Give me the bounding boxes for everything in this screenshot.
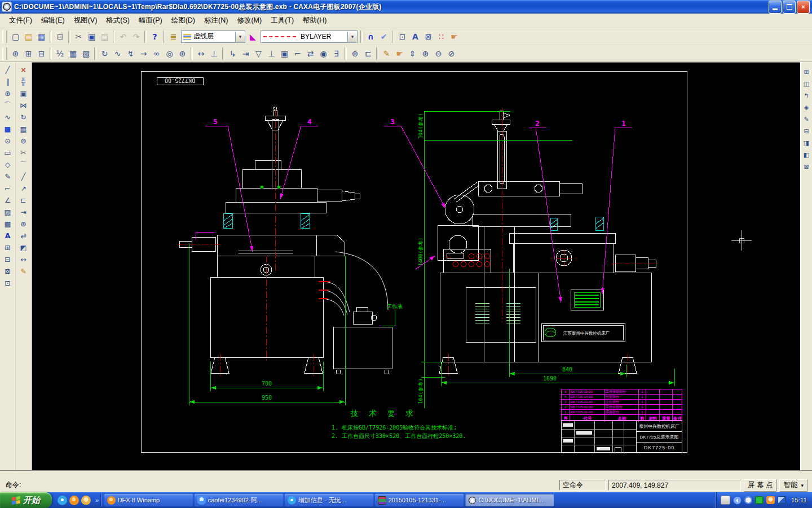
- cut-icon[interactable]: ✂: [72, 30, 85, 43]
- restore-button[interactable]: [783, 1, 796, 14]
- image-tool[interactable]: ▩: [2, 218, 14, 230]
- taskbar-task[interactable]: 增加信息 - 无忧...: [285, 494, 373, 506]
- dimstyle-b-tool[interactable]: ⊠: [2, 265, 14, 277]
- pick-add-icon[interactable]: ∩: [364, 30, 377, 43]
- pan-hand-icon[interactable]: ☛: [448, 30, 461, 43]
- linestyle-select[interactable]: BYLAYER ▾: [261, 30, 358, 43]
- extend-tool[interactable]: ↗: [17, 182, 30, 194]
- ellipse-tool[interactable]: ⊙: [2, 135, 14, 147]
- zoom-page-icon[interactable]: ⊟: [35, 47, 48, 60]
- explode-tool[interactable]: ⊛: [17, 218, 30, 230]
- solid-fill-tool[interactable]: ■: [2, 123, 14, 135]
- pick-check-icon[interactable]: ✔: [377, 30, 390, 43]
- block-edit-icon[interactable]: ✎: [801, 114, 811, 124]
- redo-icon[interactable]: ↷: [130, 30, 143, 43]
- zoom-all-icon[interactable]: ⊕: [9, 47, 22, 60]
- dimstyle-a-tool[interactable]: ⊟: [2, 253, 14, 265]
- help-icon[interactable]: ?: [148, 30, 161, 43]
- tray-wangwang-icon[interactable]: [766, 496, 775, 504]
- library-icon[interactable]: ⊠: [801, 161, 811, 172]
- zoom-window-icon[interactable]: ⊞: [22, 47, 35, 60]
- arrow-icon[interactable]: →: [137, 47, 150, 60]
- copy-tool[interactable]: ▣: [17, 87, 30, 99]
- zoom-in-icon[interactable]: ⊕: [419, 47, 432, 60]
- menu-item[interactable]: 视图(V): [69, 14, 102, 27]
- fillet-tool[interactable]: ⌒: [17, 159, 30, 170]
- menu-item[interactable]: 编辑(E): [37, 14, 69, 27]
- block-tool[interactable]: ⊞: [2, 242, 14, 253]
- arc-tool[interactable]: ⌒: [2, 99, 14, 111]
- rotate-view-icon[interactable]: ↻: [98, 47, 111, 60]
- toolbar-grip[interactable]: [2, 47, 7, 60]
- save-icon[interactable]: ▦: [35, 30, 48, 43]
- title-bar[interactable]: C:\DOCUME~1\ADMINI~1\LOCALS~1\Temp\Rar$D…: [0, 0, 812, 14]
- exists-dim-icon[interactable]: ∃: [330, 47, 343, 60]
- zoom-dynamic-icon[interactable]: ⇕: [406, 47, 419, 60]
- rectangle-tool[interactable]: ▭: [2, 147, 14, 159]
- table-icon[interactable]: ▦: [67, 47, 80, 60]
- zoom-out-icon[interactable]: ⊖: [432, 47, 445, 60]
- menu-item[interactable]: 修改(M): [232, 14, 266, 27]
- taskbar-task[interactable]: 20150105-121331-...: [375, 494, 464, 506]
- command-prompt[interactable]: 命令:: [2, 480, 21, 490]
- layer-change-tool[interactable]: ◩: [17, 242, 30, 253]
- zigzag-icon[interactable]: ↯: [124, 47, 137, 60]
- keyboard-tray-icon[interactable]: [721, 496, 730, 505]
- match-prop-tool[interactable]: ✎: [17, 265, 30, 277]
- drawing-canvas[interactable]: DK7725-00: [32, 62, 800, 470]
- copy-icon[interactable]: ▣: [85, 30, 98, 43]
- image-ref-icon[interactable]: ◧: [801, 150, 811, 160]
- chevron-down-icon[interactable]: ▾: [235, 32, 245, 42]
- menu-item[interactable]: 幅面(P): [134, 14, 167, 27]
- inspect-icon[interactable]: ⊕: [348, 47, 361, 60]
- pick-text-icon[interactable]: A: [409, 30, 422, 43]
- pick-delete-icon[interactable]: ⊠: [422, 30, 435, 43]
- leader-icon[interactable]: ↳: [226, 47, 239, 60]
- taskbar-task[interactable]: caofei1234902-阿...: [195, 494, 283, 506]
- find-dim-icon[interactable]: ◉: [317, 47, 330, 60]
- parallel-tool[interactable]: ∥: [2, 76, 14, 87]
- menu-item[interactable]: 文件(F): [5, 14, 37, 27]
- circle-tool[interactable]: ⊕: [2, 87, 14, 99]
- pick-window-icon[interactable]: ⊡: [396, 30, 409, 43]
- trim-tool[interactable]: ✂: [17, 147, 30, 159]
- quick-launch-overflow-icon[interactable]: »: [95, 497, 99, 503]
- corner-dim-icon[interactable]: ⌐: [291, 47, 304, 60]
- array-tool[interactable]: ▦: [17, 123, 30, 135]
- sketch-tool[interactable]: ✎: [2, 170, 14, 182]
- paste-icon[interactable]: ▤: [98, 30, 111, 43]
- angle-line-tool[interactable]: ∠: [2, 194, 14, 206]
- line-tool[interactable]: ╱: [2, 64, 14, 76]
- dimstyle-c-tool[interactable]: ⊡: [2, 277, 14, 289]
- xref-icon[interactable]: ◨: [801, 138, 811, 148]
- start-button[interactable]: 开始: [0, 492, 52, 508]
- text-tool[interactable]: A: [2, 230, 14, 242]
- pan-icon[interactable]: ☛: [393, 47, 406, 60]
- taskbar-task[interactable]: C:\DOCUME~1\ADMI...: [465, 494, 554, 506]
- menu-item[interactable]: 工具(T): [266, 14, 298, 27]
- block-attr-icon[interactable]: ◈: [801, 102, 811, 112]
- view-3d-icon[interactable]: ◫: [801, 78, 811, 89]
- ole-object-icon[interactable]: ⊟: [801, 126, 811, 136]
- symbol-icon[interactable]: ⊥: [265, 47, 278, 60]
- sheet-edit-icon[interactable]: ▧: [80, 47, 92, 60]
- menu-item[interactable]: 绘图(D): [167, 14, 200, 27]
- mirror-tool[interactable]: ⋈: [17, 99, 30, 111]
- erase-tool[interactable]: ×: [17, 64, 30, 76]
- swap-dim-icon[interactable]: ⇄: [304, 47, 317, 60]
- rotate-tool[interactable]: ↻: [17, 111, 30, 123]
- menu-item[interactable]: 帮助(H): [298, 14, 331, 27]
- block-create-icon[interactable]: ⊞: [801, 67, 811, 77]
- wave-icon[interactable]: ∿: [111, 47, 124, 60]
- spline-tool[interactable]: ∿: [2, 111, 14, 123]
- polyline-tool[interactable]: ⌐: [2, 182, 14, 194]
- color-picker-icon[interactable]: ◣: [246, 30, 259, 43]
- quicklaunch-winamp-icon[interactable]: [69, 496, 79, 505]
- datum-icon[interactable]: ⇥: [239, 47, 252, 60]
- dim-linear-icon[interactable]: ↔: [195, 47, 208, 60]
- layer-manager-icon[interactable]: ≣: [167, 30, 180, 43]
- open-file-icon[interactable]: ▤: [22, 30, 35, 43]
- dim-baseline-icon[interactable]: ⊥: [208, 47, 220, 60]
- pick-scatter-icon[interactable]: ∷: [435, 30, 448, 43]
- polygon-tool[interactable]: ◇: [2, 159, 14, 170]
